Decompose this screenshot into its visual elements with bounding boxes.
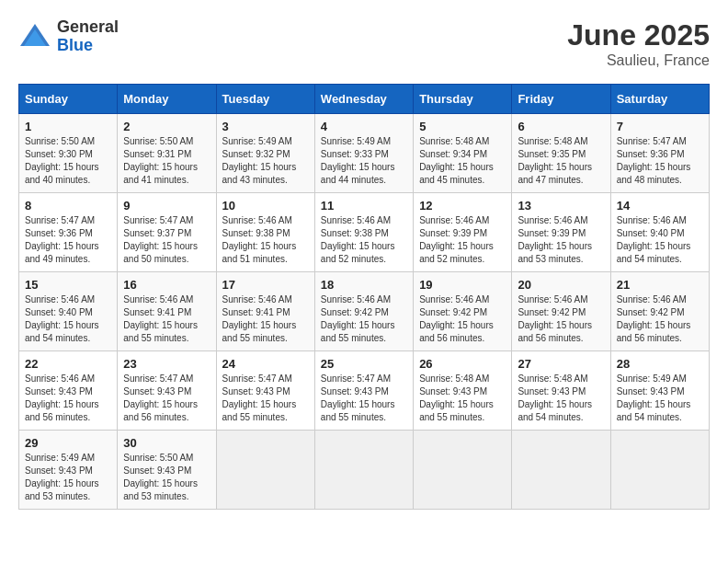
day-5: 5 Sunrise: 5:48 AM Sunset: 9:34 PM Dayli… bbox=[414, 114, 512, 193]
day-17: 17 Sunrise: 5:46 AM Sunset: 9:41 PM Dayl… bbox=[216, 272, 314, 351]
day-7: 7 Sunrise: 5:47 AM Sunset: 9:36 PM Dayli… bbox=[610, 114, 709, 193]
day-21: 21 Sunrise: 5:46 AM Sunset: 9:42 PM Dayl… bbox=[610, 272, 709, 351]
day-11: 11 Sunrise: 5:46 AM Sunset: 9:38 PM Dayl… bbox=[314, 193, 413, 272]
day-10: 10 Sunrise: 5:46 AM Sunset: 9:38 PM Dayl… bbox=[216, 193, 314, 272]
day-20: 20 Sunrise: 5:46 AM Sunset: 9:42 PM Dayl… bbox=[512, 272, 610, 351]
day-15: 15 Sunrise: 5:46 AM Sunset: 9:40 PM Dayl… bbox=[19, 272, 118, 351]
header-tuesday: Tuesday bbox=[216, 85, 314, 114]
day-14: 14 Sunrise: 5:46 AM Sunset: 9:40 PM Dayl… bbox=[610, 193, 709, 272]
header-sunday: Sunday bbox=[19, 85, 118, 114]
day-1: 1 Sunrise: 5:50 AM Sunset: 9:30 PM Dayli… bbox=[19, 114, 118, 193]
day-26: 26 Sunrise: 5:48 AM Sunset: 9:43 PM Dayl… bbox=[414, 351, 512, 431]
day-6: 6 Sunrise: 5:48 AM Sunset: 9:35 PM Dayli… bbox=[512, 114, 610, 193]
day-22: 22 Sunrise: 5:46 AM Sunset: 9:43 PM Dayl… bbox=[19, 351, 118, 431]
empty-cell-4 bbox=[512, 431, 610, 510]
day-19: 19 Sunrise: 5:46 AM Sunset: 9:42 PM Dayl… bbox=[414, 272, 512, 351]
day-30: 30 Sunrise: 5:50 AM Sunset: 9:43 PM Dayl… bbox=[118, 431, 216, 510]
empty-cell-5 bbox=[610, 431, 709, 510]
day-18: 18 Sunrise: 5:46 AM Sunset: 9:42 PM Dayl… bbox=[314, 272, 413, 351]
header-thursday: Thursday bbox=[414, 85, 512, 114]
day-25: 25 Sunrise: 5:47 AM Sunset: 9:43 PM Dayl… bbox=[314, 351, 413, 431]
day-28: 28 Sunrise: 5:49 AM Sunset: 9:43 PM Dayl… bbox=[610, 351, 709, 431]
day-12: 12 Sunrise: 5:46 AM Sunset: 9:39 PM Dayl… bbox=[414, 193, 512, 272]
calendar-table: Sunday Monday Tuesday Wednesday Thursday… bbox=[18, 84, 710, 510]
header-friday: Friday bbox=[512, 85, 610, 114]
day-13: 13 Sunrise: 5:46 AM Sunset: 9:39 PM Dayl… bbox=[512, 193, 610, 272]
location: Saulieu, France bbox=[567, 52, 710, 69]
day-8: 8 Sunrise: 5:47 AM Sunset: 9:36 PM Dayli… bbox=[19, 193, 118, 272]
logo-icon bbox=[18, 20, 51, 53]
week-row-1: 1 Sunrise: 5:50 AM Sunset: 9:30 PM Dayli… bbox=[19, 114, 710, 193]
week-row-2: 8 Sunrise: 5:47 AM Sunset: 9:36 PM Dayli… bbox=[19, 193, 710, 272]
header-wednesday: Wednesday bbox=[314, 85, 413, 114]
day-27: 27 Sunrise: 5:48 AM Sunset: 9:43 PM Dayl… bbox=[512, 351, 610, 431]
logo-general: General bbox=[57, 18, 119, 37]
month-title: June 2025 bbox=[567, 18, 710, 52]
logo: General Blue bbox=[18, 18, 119, 55]
title-block: June 2025 Saulieu, France bbox=[567, 18, 710, 69]
day-16: 16 Sunrise: 5:46 AM Sunset: 9:41 PM Dayl… bbox=[118, 272, 216, 351]
logo-text: General Blue bbox=[57, 18, 119, 55]
week-row-5: 29 Sunrise: 5:49 AM Sunset: 9:43 PM Dayl… bbox=[19, 431, 710, 510]
page-header: General Blue June 2025 Saulieu, France bbox=[18, 18, 710, 69]
empty-cell-3 bbox=[414, 431, 512, 510]
logo-blue: Blue bbox=[57, 37, 119, 55]
header-saturday: Saturday bbox=[610, 85, 709, 114]
day-29: 29 Sunrise: 5:49 AM Sunset: 9:43 PM Dayl… bbox=[19, 431, 118, 510]
day-9: 9 Sunrise: 5:47 AM Sunset: 9:37 PM Dayli… bbox=[118, 193, 216, 272]
week-row-4: 22 Sunrise: 5:46 AM Sunset: 9:43 PM Dayl… bbox=[19, 351, 710, 431]
day-2: 2 Sunrise: 5:50 AM Sunset: 9:31 PM Dayli… bbox=[118, 114, 216, 193]
day-24: 24 Sunrise: 5:47 AM Sunset: 9:43 PM Dayl… bbox=[216, 351, 314, 431]
day-23: 23 Sunrise: 5:47 AM Sunset: 9:43 PM Dayl… bbox=[118, 351, 216, 431]
empty-cell-1 bbox=[216, 431, 314, 510]
week-row-3: 15 Sunrise: 5:46 AM Sunset: 9:40 PM Dayl… bbox=[19, 272, 710, 351]
empty-cell-2 bbox=[314, 431, 413, 510]
calendar-header-row: Sunday Monday Tuesday Wednesday Thursday… bbox=[19, 85, 710, 114]
header-monday: Monday bbox=[118, 85, 216, 114]
day-3: 3 Sunrise: 5:49 AM Sunset: 9:32 PM Dayli… bbox=[216, 114, 314, 193]
day-4: 4 Sunrise: 5:49 AM Sunset: 9:33 PM Dayli… bbox=[314, 114, 413, 193]
